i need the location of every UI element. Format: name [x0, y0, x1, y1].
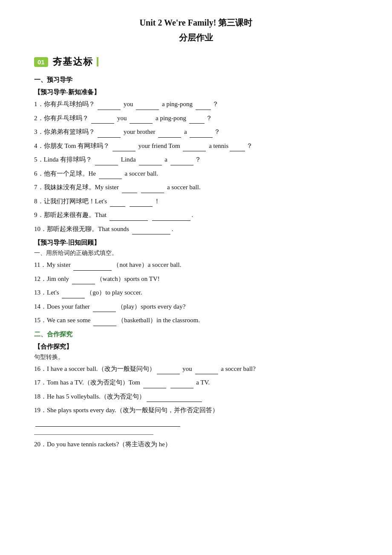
list-item: 9．那听起来很有趣。That .	[34, 210, 358, 221]
blank	[110, 214, 148, 221]
blank-line	[35, 420, 180, 427]
list-item: 19．She plays sports every day.（改为一般疑问句，并…	[34, 405, 358, 427]
list-item: 5．Linda 有排球吗？ Linda a ？	[34, 154, 358, 165]
blank	[190, 131, 213, 138]
list-item: 15．We can see some （basketball）in the cl…	[34, 315, 358, 326]
list-item: 10．那听起来很无聊。That sounds .	[34, 224, 358, 235]
blank	[157, 367, 180, 374]
q3-prefix: 3．你弟弟有篮球吗？	[34, 128, 95, 135]
blank	[170, 159, 193, 165]
blank	[62, 292, 85, 298]
badge-row: 01 夯基达标	[34, 55, 358, 68]
blank	[93, 319, 116, 326]
subsection2-coop-heading: 【合作探究】	[34, 343, 358, 351]
blank	[143, 382, 166, 388]
section1-heading: 一、预习导学	[34, 76, 358, 84]
blank	[230, 145, 245, 151]
blank	[122, 186, 137, 193]
list-item: 11．My sister （not have）a soccer ball.	[34, 260, 358, 271]
blank	[73, 264, 112, 271]
questions-new: 1．你有乒乓球拍吗？ you a ping-pong ？ 2．你有乒乓球吗？ y…	[34, 99, 358, 234]
list-item: 4．你朋友 Tom 有网球吗？ your friend Tom a tennis…	[34, 141, 358, 152]
list-item: 13．Let's （go）to play soccer.	[34, 287, 358, 298]
blank	[158, 131, 181, 138]
blank	[99, 172, 122, 179]
list-item: 17．Tom has a TV.（改为否定句）Tom a TV.	[34, 377, 358, 388]
blank	[196, 103, 211, 110]
blank	[136, 103, 159, 110]
list-item: 14．Does your father （play）sports every d…	[34, 301, 358, 312]
blank	[93, 305, 116, 312]
blank	[95, 159, 118, 165]
page-subtitle: 分层作业	[34, 32, 358, 43]
list-item: 18．He has 5 volleyballs.（改为否定句）	[34, 391, 358, 402]
section1-note: 一、用所给词的正确形式填空。	[34, 249, 358, 257]
last-question: 20．Do you have tennis rackets?（将主语改为 he）	[34, 439, 358, 450]
list-item: 3．你弟弟有篮球吗？ your brother a ？	[34, 127, 358, 138]
blank	[183, 145, 206, 151]
blank	[110, 200, 125, 207]
list-item: 8．让我们打网球吧！Let's ！	[34, 196, 358, 207]
page-title: Unit 2 We're Family! 第三课时	[34, 17, 358, 29]
badge-bar	[97, 57, 98, 66]
subsection2-heading: 【预习导学-旧知回顾】	[34, 239, 358, 247]
list-item: 1．你有乒乓球拍吗？ you a ping-pong ？	[34, 99, 358, 110]
list-item: 6．他有一个足球。He a soccer ball.	[34, 168, 358, 179]
q4-prefix: 4．你朋友 Tom 有网球吗？	[34, 142, 110, 149]
q1-prefix: 1．你有乒乓球拍吗？	[34, 101, 95, 107]
blank	[152, 214, 190, 221]
badge-label: 夯基达标	[52, 55, 93, 68]
divider	[34, 434, 153, 435]
subsection1-heading: 【预习导学-新知准备】	[34, 88, 358, 96]
blank	[98, 103, 121, 110]
blank	[170, 382, 193, 388]
blank	[130, 117, 153, 124]
questions-coop: 16．I have a soccer ball.（改为一般疑问句） you a …	[34, 364, 358, 427]
list-item: 7．我妹妹没有足球。My sister a soccer ball.	[34, 182, 358, 193]
list-item: 12．Jim only （watch）sports on TV!	[34, 274, 358, 285]
blank	[91, 117, 114, 124]
list-item: 16．I have a soccer ball.（改为一般疑问句） you a …	[34, 364, 358, 375]
badge-number: 01	[34, 57, 48, 67]
blank	[147, 395, 202, 402]
section2-note: 句型转换。	[34, 353, 358, 361]
blank	[130, 200, 153, 207]
section2-heading: 二、合作探究	[34, 330, 358, 338]
questions-old: 11．My sister （not have）a soccer ball. 12…	[34, 260, 358, 326]
blank	[141, 186, 164, 193]
q5-prefix: 5．Linda 有排球吗？	[34, 156, 92, 163]
blank	[98, 131, 121, 138]
blank	[72, 278, 95, 284]
blank	[189, 117, 205, 124]
blank	[132, 228, 170, 234]
blank	[112, 145, 135, 151]
q2-prefix: 2．你有乒乓球吗？	[34, 115, 89, 121]
blank	[195, 367, 218, 374]
list-item: 2．你有乒乓球吗？ you a ping-pong ？	[34, 113, 358, 124]
blank	[139, 159, 162, 165]
